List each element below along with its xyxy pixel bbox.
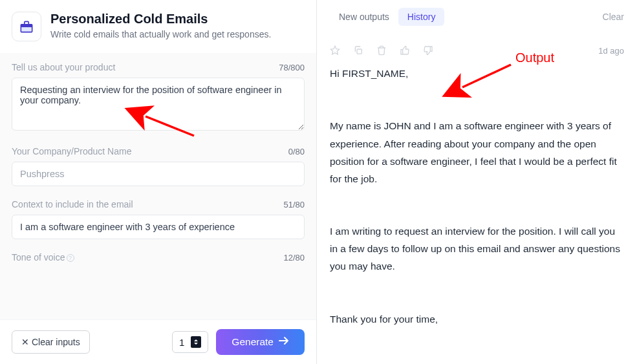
output-card: 1d ago Hi FIRST_NAME, My name is JOHN an… [330,36,624,364]
svg-rect-4 [357,49,362,54]
company-input[interactable] [12,162,305,186]
copy-icon[interactable] [353,45,363,56]
close-icon: ✕ [21,337,29,347]
left-panel: Personalized Cold Emails Write cold emai… [0,0,317,364]
svg-rect-2 [25,21,29,24]
output-actions: 1d ago [330,40,624,65]
page-subtitle: Write cold emails that actually work and… [50,29,271,39]
arrow-right-icon [279,336,289,348]
output-area: 1d ago Hi FIRST_NAME, My name is JOHN an… [317,30,637,364]
context-input[interactable] [12,215,305,239]
thumbs-down-icon[interactable] [423,45,433,56]
generate-button[interactable]: Generate [216,329,305,355]
thumbs-up-icon[interactable] [400,45,410,56]
app-icon [12,12,41,41]
tone-counter: 12/80 [283,253,305,262]
right-panel: New outputs History Clear [317,0,637,364]
svg-marker-3 [330,46,339,54]
trash-icon[interactable] [376,45,387,56]
product-label: Tell us about your product [12,62,115,72]
form-area: Tell us about your product 78/800 Your C… [0,53,316,319]
product-counter: 78/800 [279,63,305,72]
quantity-stepper[interactable]: 1 [172,331,208,353]
company-counter: 0/80 [288,147,305,156]
product-group: Tell us about your product 78/800 [12,53,305,137]
context-group: Context to include in the email 51/80 [12,190,305,243]
clear-outputs-link[interactable]: Clear [603,12,624,22]
company-group: Your Company/Product Name 0/80 [12,137,305,190]
company-label: Your Company/Product Name [12,146,131,156]
quantity-value: 1 [179,337,184,348]
footer: ✕ Clear inputs 1 Generate [0,319,316,364]
page-title: Personalized Cold Emails [50,12,271,27]
output-body: Hi FIRST_NAME, My name is JOHN and I am … [330,65,624,364]
tone-group: Tone of voice? 12/80 [12,243,305,272]
star-icon[interactable] [330,45,340,56]
generate-label: Generate [232,336,274,348]
tab-history[interactable]: History [398,8,445,26]
tab-new-outputs[interactable]: New outputs [330,8,398,26]
context-label: Context to include in the email [12,199,133,209]
product-textarea[interactable] [12,78,305,131]
header: Personalized Cold Emails Write cold emai… [0,0,316,53]
clear-inputs-button[interactable]: ✕ Clear inputs [12,330,90,354]
tabs-row: New outputs History Clear [317,0,637,30]
stepper-icon[interactable] [191,336,201,348]
info-icon: ? [67,254,74,262]
context-counter: 51/80 [283,200,305,209]
tone-label: Tone of voice? [12,252,74,262]
output-timestamp: 1d ago [598,46,624,56]
clear-inputs-label: Clear inputs [32,337,80,347]
